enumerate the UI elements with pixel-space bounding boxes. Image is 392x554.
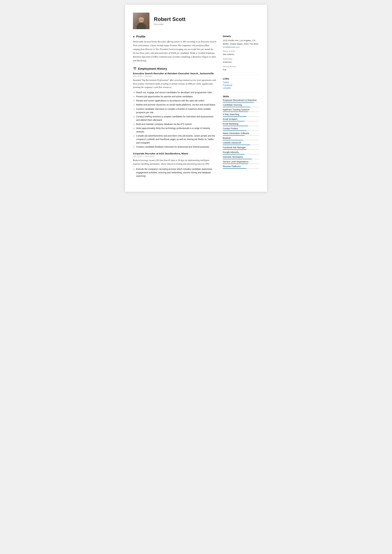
skill-name: Google Adwords xyxy=(223,151,259,154)
skill-name: Email Scrapers xyxy=(223,118,259,120)
divider-2 xyxy=(223,93,259,93)
driving: Full xyxy=(223,68,259,71)
skill-name: Boolean xyxy=(223,137,259,139)
skills-list: Employee Recruitment & RetentionCandidat… xyxy=(223,99,259,169)
right-column: Details 1515 Pacific Ave, Los Angeles, C… xyxy=(223,35,259,182)
skill-item: Name Generation Software xyxy=(223,132,259,136)
resume-container: Robert Scott Recruiter ● Profile Deliver… xyxy=(125,5,267,192)
job-1-title: Executive Search Recruiter at Reindeer E… xyxy=(133,72,217,75)
divider-1 xyxy=(223,75,259,75)
skill-item: Service Level Negotiations xyxy=(223,161,259,164)
skill-bar-fill xyxy=(223,163,248,164)
skill-bar-fill xyxy=(223,121,245,121)
header-section: Robert Scott Recruiter xyxy=(133,13,259,29)
skill-item: Email Scrapers xyxy=(223,118,259,121)
skill-name: Applicant Tracking Systems xyxy=(223,108,259,111)
links-list: TwitterFacebookLinkedin xyxy=(223,81,259,89)
skill-name: Linkedin Advanced xyxy=(223,142,259,144)
bullet-item: Hired approximately thirty-five technolo… xyxy=(136,127,217,133)
candidate-name: Robert Scott xyxy=(154,16,186,22)
svg-rect-1 xyxy=(142,20,144,21)
bullet-item: Execute the company's recruiting process… xyxy=(136,168,217,178)
job-1-date: July 2019 — Present xyxy=(133,75,217,77)
profile-section-title: ● Profile xyxy=(133,35,217,38)
skill-name: Facebook Ads Manager xyxy=(223,146,259,149)
skill-bar-fill xyxy=(223,102,254,103)
skill-bar-bg xyxy=(223,140,259,140)
skill-item: Resume Platforms xyxy=(223,165,259,169)
profile-section: ● Profile Deliverable focused Senior Rec… xyxy=(133,35,217,63)
bullet-item: Present job opportunities for passive an… xyxy=(136,95,217,98)
skill-bar-bg xyxy=(223,168,259,169)
profile-text: Deliverable focused Senior Recruiter off… xyxy=(133,40,217,63)
job-2-summary: Reduced average vacancy fill time from 6… xyxy=(133,159,217,166)
skill-bar-fill xyxy=(223,159,252,159)
place-of-birth-label: Place of birth xyxy=(223,50,259,52)
details-email[interactable]: email@email.com xyxy=(223,46,240,48)
links-section: Links TwitterFacebookLinkedin xyxy=(223,77,259,89)
skill-bar-fill xyxy=(223,154,245,154)
nationality: American xyxy=(223,60,259,64)
skill-bar-bg xyxy=(223,107,259,107)
job-1-summary: Awarded "Top Recruitment Professional" a… xyxy=(133,78,217,89)
skill-bar-bg xyxy=(223,149,259,150)
profile-icon: ● xyxy=(133,35,135,38)
skill-bar-fill xyxy=(223,107,250,107)
skill-name: X-Ray Searching xyxy=(223,113,259,116)
skill-item: Linkedin Advanced xyxy=(223,142,259,145)
employment-section: 📅 Employment History Executive Search Re… xyxy=(133,67,217,178)
job-2-title: Corporate Recruiter at AGS Stockbrokers,… xyxy=(133,152,217,155)
job-2-date: July 2015 — June 2017 xyxy=(133,155,217,158)
bullet-item: Conduct candidate interviews to compile … xyxy=(136,107,217,114)
bullet-item: Market and promote vacancies on social m… xyxy=(136,103,217,107)
bullet-item: Review and screen applications in accord… xyxy=(136,99,217,103)
skill-name: Resume Platforms xyxy=(223,165,259,168)
place-of-birth: San Antonio xyxy=(223,53,259,56)
skill-name: Employee Recruitment & Retention xyxy=(223,99,259,101)
driving-label: Driving license xyxy=(223,65,259,68)
employment-icon: 📅 xyxy=(133,67,137,70)
header-info: Robert Scott Recruiter xyxy=(154,16,186,26)
skill-name: Interview Techniques xyxy=(223,156,259,158)
skill-item: X-Ray Searching xyxy=(223,113,259,117)
skills-title: Skills xyxy=(223,95,259,98)
details-address: 1515 Pacific Ave, Los Angeles, CA 90291,… xyxy=(223,39,259,46)
skill-item: Facebook Ads Manager xyxy=(223,146,259,150)
skill-bar-fill xyxy=(223,126,248,126)
link-item[interactable]: Linkedin xyxy=(223,87,259,89)
job-1: Executive Search Recruiter at Reindeer E… xyxy=(133,72,217,149)
skill-bar-fill xyxy=(223,116,246,117)
skill-item: Employee Recruitment & Retention xyxy=(223,99,259,103)
skill-item: Google Adwords xyxy=(223,151,259,154)
links-title: Links xyxy=(223,77,259,80)
skill-item: Email Marketing xyxy=(223,123,259,126)
skill-bar-fill xyxy=(223,149,246,150)
skill-name: Candidate Sourcing xyxy=(223,104,259,106)
left-column: ● Profile Deliverable focused Senior Rec… xyxy=(133,35,217,182)
job-2: Corporate Recruiter at AGS Stockbrokers,… xyxy=(133,152,217,178)
skill-bar-bg xyxy=(223,121,259,121)
skill-bar-bg xyxy=(223,102,259,103)
skill-bar-fill xyxy=(223,140,243,140)
skill-name: Email Marketing xyxy=(223,123,259,125)
link-item[interactable]: Twitter xyxy=(223,81,259,84)
skill-name: Name Generation Software xyxy=(223,132,259,134)
skill-bar-fill xyxy=(223,112,248,112)
skill-bar-bg xyxy=(223,135,259,136)
skill-item: Interview Techniques xyxy=(223,156,259,159)
glasses-icon xyxy=(138,19,144,21)
link-item[interactable]: Facebook xyxy=(223,84,259,86)
bullet-item: Conduct candidate feedback interviews fo… xyxy=(136,145,217,149)
skill-bar-fill xyxy=(223,145,250,145)
skill-bar-bg xyxy=(223,145,259,145)
details-section: Details 1515 Pacific Ave, Los Angeles, C… xyxy=(223,35,259,71)
job-2-bullets: Execute the company's recruiting process… xyxy=(133,168,217,178)
svg-rect-0 xyxy=(138,20,141,21)
skill-bar-bg xyxy=(223,126,259,126)
skill-bar-bg xyxy=(223,163,259,164)
details-title: Details xyxy=(223,35,259,38)
avatar xyxy=(133,13,149,29)
skill-bar-bg xyxy=(223,116,259,117)
skill-bar-fill xyxy=(223,168,246,169)
skill-item: Contact Finders xyxy=(223,127,259,131)
